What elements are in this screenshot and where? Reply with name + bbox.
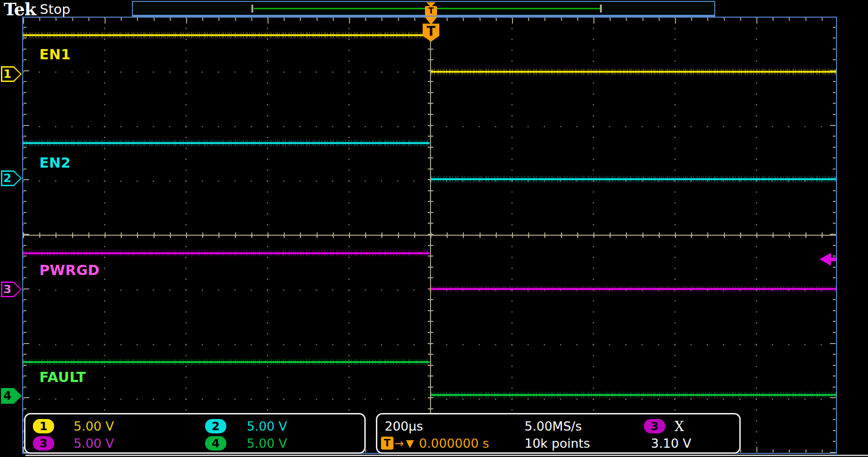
trigger-position-arrow-icon <box>425 17 437 25</box>
ch1-trace-post-trigger <box>431 69 836 75</box>
record-window-right-bracket <box>600 5 602 13</box>
ch3-scale-readout: 5.00 V <box>74 436 114 451</box>
ch2-trace-pre-trigger <box>23 140 430 146</box>
ch2-waveform-label: EN2 <box>39 155 71 171</box>
ch3-waveform-label: PWRGD <box>39 262 100 278</box>
ch1-scale-readout: 5.00 V <box>74 419 114 434</box>
ch3-badge: 3 <box>33 436 54 451</box>
trigger-level-arrow-icon <box>819 253 837 266</box>
ch3-trace-post-trigger <box>431 286 836 292</box>
trigger-down-marker-icon: ▼ <box>406 436 414 451</box>
ch4-badge: 4 <box>205 436 226 451</box>
ch3-trace-pre-trigger <box>23 250 430 256</box>
ch4-marker-number: 4 <box>1 388 14 404</box>
bottom-divider-line <box>25 455 868 456</box>
trigger-slope-icon: X <box>674 419 684 434</box>
ch3-marker-number: 3 <box>1 282 14 297</box>
ch2-position-marker: 2 <box>1 170 22 186</box>
trigger-arrow-icon: → <box>394 436 404 451</box>
ch2-marker-number: 2 <box>1 170 14 186</box>
record-window-left-bracket <box>251 5 253 13</box>
trigger-level-readout: 3.10 V <box>651 436 691 451</box>
ch1-waveform-label: EN1 <box>39 46 71 63</box>
trigger-position-readout: 0.000000 s <box>419 436 489 451</box>
ch1-trace-pre-trigger <box>23 32 430 38</box>
acquisition-status: Stop <box>40 1 70 17</box>
ch4-scale-readout: 5.00 V <box>247 436 287 451</box>
trigger-t-icon: T <box>381 437 393 450</box>
ch2-scale-readout: 5.00 V <box>247 419 287 434</box>
trigger-source-badge: 3 <box>644 419 665 433</box>
ch2-trace-post-trigger <box>431 176 836 182</box>
record-length-readout: 10k points <box>525 436 590 451</box>
ch1-badge: 1 <box>33 419 54 433</box>
ch4-position-marker: 4 <box>1 388 22 404</box>
sample-rate-readout: 5.00MS/s <box>525 419 582 434</box>
ch4-trace-post-trigger <box>431 392 836 398</box>
ch4-trace-pre-trigger <box>23 359 430 365</box>
oscilloscope-screen: Tek Stop T EN1 EN2 PWRGD FAULT 1 <box>0 0 868 457</box>
graticule <box>22 17 837 454</box>
center-vertical-axis-trigger-time-line <box>428 18 433 453</box>
trigger-position-bar-t-icon: T <box>425 6 437 16</box>
ch4-waveform-label: FAULT <box>39 369 86 385</box>
timebase-trigger-readout-box: 200µs 5.00MS/s 3 X T → ▼ 0.000000 s 10k … <box>376 413 741 454</box>
acquisition-preview-bar: T <box>132 1 715 17</box>
ch1-position-marker: 1 <box>1 66 22 82</box>
ch3-position-marker: 3 <box>1 282 22 297</box>
timebase-readout: 200µs <box>385 419 423 434</box>
channel-scale-readout-box: 1 5.00 V 2 5.00 V 3 5.00 V 4 5.00 V <box>24 413 366 454</box>
ch1-marker-number: 1 <box>1 66 14 82</box>
ch2-badge: 2 <box>205 419 226 433</box>
